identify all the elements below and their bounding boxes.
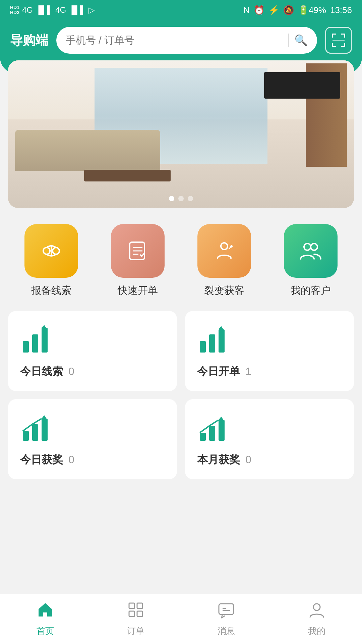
stat-bottom-month-awards: 本月获奖 0 <box>197 452 251 467</box>
stat-card-today-awards[interactable]: 今日获奖 0 <box>8 399 177 479</box>
stat-card-today-leads[interactable]: 今日线索 0 <box>8 311 177 391</box>
nav-item-home[interactable]: 首页 <box>0 601 90 637</box>
banner-image <box>8 60 354 208</box>
svg-point-9 <box>43 248 50 254</box>
action-report[interactable]: 报备线索 <box>24 224 78 298</box>
svg-rect-8 <box>333 40 345 41</box>
stat-card-today-orders[interactable]: 今日开单 1 <box>185 311 354 391</box>
stat-bottom-today-leads: 今日线索 0 <box>20 364 74 379</box>
action-label-order: 快速开单 <box>118 284 158 298</box>
action-label-customers: 我的客户 <box>291 284 331 298</box>
stat-label-month-awards: 本月获奖 <box>197 452 240 467</box>
svg-rect-37 <box>209 426 215 441</box>
banner-dots <box>169 196 193 201</box>
mine-icon <box>308 601 325 623</box>
action-customers[interactable]: 我的客户 <box>284 224 338 298</box>
banner-dot-1[interactable] <box>169 196 174 201</box>
nav-item-mine[interactable]: 我的 <box>272 601 362 637</box>
nav-label-messages: 消息 <box>218 625 235 637</box>
banner[interactable] <box>8 60 354 208</box>
svg-rect-38 <box>219 420 225 441</box>
search-input[interactable] <box>66 35 283 46</box>
quick-actions: 报备线索 快速开单 <box>8 224 354 298</box>
svg-marker-39 <box>219 417 224 421</box>
svg-rect-26 <box>200 341 206 353</box>
action-label-report: 报备线索 <box>31 284 71 298</box>
bluetooth-icon: ⚡ <box>268 5 279 15</box>
signal-bars2-icon: ▐▌▌ <box>69 5 86 15</box>
arrow-icon: ▷ <box>88 5 95 15</box>
search-icon[interactable]: 🔍 <box>294 34 308 47</box>
stat-bottom-today-awards: 今日获奖 0 <box>20 452 74 467</box>
svg-rect-42 <box>129 603 134 608</box>
nav-item-orders[interactable]: 订单 <box>90 601 181 637</box>
home-icon <box>37 601 54 623</box>
stat-value-month-awards: 0 <box>245 453 251 466</box>
hd-badge: HD1 HD2 <box>10 5 19 15</box>
svg-point-16 <box>221 243 228 250</box>
svg-point-20 <box>304 244 311 250</box>
status-bar: HD1 HD2 4G ▐▌▌ 4G ▐▌▌ ▷ N ⏰ ⚡ 🔕 🔋49% 13:… <box>0 0 362 20</box>
action-icon-order <box>111 224 165 278</box>
search-divider <box>288 34 289 47</box>
status-right: N ⏰ ⚡ 🔕 🔋49% 13:56 <box>243 5 352 15</box>
stat-value-today-leads: 0 <box>68 365 74 378</box>
svg-point-49 <box>313 604 320 610</box>
room-sofa <box>15 130 160 171</box>
room-table <box>84 170 171 181</box>
signal-4g2-icon: 4G <box>55 5 66 15</box>
banner-dot-2[interactable] <box>178 196 184 201</box>
stats-grid: 今日线索 0 今日开单 1 <box>8 311 354 479</box>
action-label-fission: 裂变获客 <box>204 284 244 298</box>
stat-label-today-awards: 今日获奖 <box>20 452 63 467</box>
stat-icon-today-orders <box>197 324 227 359</box>
svg-rect-1 <box>332 34 333 38</box>
stat-icon-today-awards <box>20 413 50 447</box>
nav-item-messages[interactable]: 消息 <box>181 601 272 637</box>
signal-4g-icon: 4G <box>22 5 33 15</box>
svg-rect-36 <box>200 433 206 441</box>
room-tv <box>264 72 340 99</box>
svg-rect-22 <box>23 341 29 353</box>
scan-button[interactable] <box>325 27 352 54</box>
svg-rect-28 <box>219 329 225 353</box>
action-icon-fission <box>197 224 251 278</box>
svg-rect-3 <box>344 34 345 38</box>
svg-line-41 <box>209 420 219 426</box>
svg-marker-33 <box>42 415 47 419</box>
svg-line-35 <box>32 419 42 424</box>
nav-label-mine: 我的 <box>308 625 325 637</box>
svg-rect-32 <box>42 419 48 441</box>
banner-dot-3[interactable] <box>188 196 193 201</box>
clock: 13:56 <box>330 5 352 15</box>
svg-rect-23 <box>32 334 38 353</box>
nfc-icon: N <box>243 5 250 15</box>
bottom-nav: 首页 订单 消息 <box>0 594 362 644</box>
search-bar[interactable]: 🔍 <box>56 27 317 54</box>
stat-icon-today-leads <box>20 324 50 359</box>
svg-rect-30 <box>23 431 29 441</box>
stat-value-today-orders: 1 <box>245 365 251 378</box>
stat-bottom-today-orders: 今日开单 1 <box>197 364 251 379</box>
messages-icon <box>218 601 235 623</box>
action-icon-report <box>24 224 78 278</box>
nav-label-orders: 订单 <box>127 625 144 637</box>
svg-rect-27 <box>209 334 215 353</box>
svg-point-21 <box>311 244 317 250</box>
svg-rect-7 <box>344 43 345 47</box>
svg-rect-5 <box>332 43 333 47</box>
status-left: HD1 HD2 4G ▐▌▌ 4G ▐▌▌ ▷ <box>10 5 95 15</box>
mute-icon: 🔕 <box>283 5 294 15</box>
stat-card-month-awards[interactable]: 本月获奖 0 <box>185 399 354 479</box>
nav-label-home: 首页 <box>37 625 54 637</box>
action-order[interactable]: 快速开单 <box>111 224 165 298</box>
action-fission[interactable]: 裂变获客 <box>197 224 251 298</box>
svg-rect-45 <box>137 611 142 616</box>
svg-rect-44 <box>129 611 134 616</box>
svg-line-40 <box>200 426 209 433</box>
action-icon-customers <box>284 224 338 278</box>
svg-rect-43 <box>137 603 142 608</box>
app-title: 导购端 <box>10 32 48 49</box>
svg-rect-24 <box>42 328 48 353</box>
stat-label-today-leads: 今日线索 <box>20 364 63 379</box>
